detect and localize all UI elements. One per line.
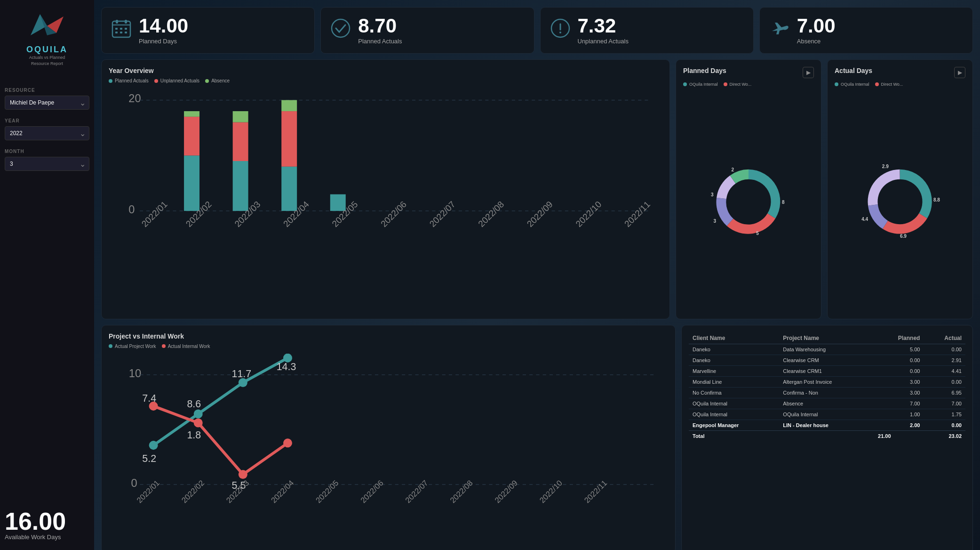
- logo-icon: [28, 9, 66, 42]
- charts-row: Year Overview Planned Actuals Unplanned …: [101, 59, 973, 319]
- kpi-planned-actuals-number: 8.70: [358, 16, 402, 36]
- legend-label-absence: Absence: [211, 78, 230, 83]
- table-row: Marvelline Clearwise CRM1 0.00 4.41: [689, 365, 965, 376]
- actual-days-donut-card: Actual Days ▶ OQuila Internal Direct Wo.…: [827, 59, 973, 319]
- planned-days-donut-svg: 8 5 3 3 2: [701, 154, 796, 249]
- svg-point-67: [239, 470, 247, 479]
- year-select-wrap[interactable]: 2022: [5, 126, 89, 140]
- cell-project: Data Warehousing: [779, 344, 874, 355]
- cell-planned: 0.00: [874, 365, 924, 376]
- resource-filter-group: RESOURCE Michiel De Paepe: [5, 88, 89, 110]
- actual-days-donut-svg: 8.8 6.9 4.4 2.9: [853, 154, 947, 249]
- svg-text:10: 10: [129, 366, 141, 379]
- svg-rect-29: [281, 100, 297, 112]
- project-table: Client Name Project Name Planned Actual …: [689, 332, 965, 441]
- calendar-icon: [111, 18, 132, 43]
- kpi-planned-actuals-label: Planned Actuals: [358, 38, 402, 45]
- svg-text:14.3: 14.3: [277, 361, 296, 372]
- resource-select-wrap[interactable]: Michiel De Paepe: [5, 96, 89, 110]
- year-filter-group: YEAR 2022: [5, 118, 89, 140]
- kpi-absence: 7.00 Absence: [759, 7, 973, 54]
- kpi-planned-days-content: 14.00 Planned Days: [139, 16, 188, 45]
- svg-text:2022/06: 2022/06: [359, 478, 385, 505]
- svg-rect-8: [120, 28, 122, 30]
- svg-rect-24: [233, 161, 248, 211]
- svg-rect-22: [184, 117, 199, 155]
- project-vs-internal-legend: Actual Project Work Actual Internal Work: [109, 344, 668, 349]
- legend-unplanned-actuals: Unplanned Actuals: [154, 78, 199, 83]
- svg-text:0: 0: [128, 203, 135, 216]
- svg-point-13: [332, 19, 350, 37]
- actual-days-nav-arrow[interactable]: ▶: [954, 67, 965, 78]
- planned-days-nav-arrow[interactable]: ▶: [803, 67, 814, 78]
- svg-point-58: [194, 409, 203, 418]
- kpi-unplanned-actuals-number: 7.32: [578, 16, 629, 36]
- svg-rect-27: [281, 167, 297, 211]
- svg-text:7.4: 7.4: [142, 393, 156, 404]
- svg-text:0: 0: [131, 476, 137, 489]
- svg-rect-5: [116, 20, 118, 24]
- kpi-absence-number: 7.00: [797, 16, 836, 36]
- logo-container: OQUILA Actuals vs PlannedResource Report: [26, 9, 68, 78]
- svg-text:2.9: 2.9: [882, 164, 889, 169]
- pvi-legend-dot-internal: [162, 344, 166, 348]
- available-days-number: 16.00: [5, 509, 89, 534]
- legend-label-planned: Planned Actuals: [115, 78, 149, 83]
- svg-rect-21: [184, 155, 199, 211]
- cell-actual: 7.00: [924, 398, 965, 409]
- svg-text:6.9: 6.9: [900, 234, 907, 239]
- year-select[interactable]: 2022: [5, 126, 89, 140]
- cell-project: Clearwise CRM: [779, 355, 874, 365]
- planned-days-legend: OQuila Internal Direct Wo...: [683, 82, 814, 87]
- cell-client: Daneko: [689, 355, 779, 365]
- pd-legend-label-direct: Direct Wo...: [730, 82, 752, 87]
- svg-text:2022/09: 2022/09: [493, 478, 519, 505]
- ad-legend-dot-direct: [875, 82, 879, 86]
- resource-select[interactable]: Michiel De Paepe: [5, 96, 89, 110]
- kpi-absence-label: Absence: [797, 38, 836, 45]
- plane-icon: [769, 18, 790, 43]
- svg-rect-11: [120, 32, 122, 33]
- svg-rect-10: [115, 32, 118, 33]
- cell-client: OQuila Internal: [689, 409, 779, 420]
- cell-client: Daneko: [689, 344, 779, 355]
- svg-point-68: [283, 438, 292, 447]
- svg-rect-23: [184, 111, 199, 117]
- svg-point-16: [559, 32, 561, 33]
- planned-days-chart-title: Planned Days: [683, 67, 726, 74]
- svg-text:2022/08: 2022/08: [448, 478, 475, 505]
- svg-text:1.8: 1.8: [187, 429, 201, 441]
- actual-days-donut-container: 8.8 6.9 4.4 2.9: [835, 91, 965, 312]
- pd-legend-label-oquila: OQuila Internal: [689, 82, 718, 87]
- table-row: Daneko Clearwise CRM 0.00 2.91: [689, 355, 965, 365]
- svg-text:2022/05: 2022/05: [314, 478, 340, 505]
- kpi-planned-days: 14.00 Planned Days: [101, 7, 315, 54]
- alert-icon: [550, 18, 571, 43]
- pvi-legend-project: Actual Project Work: [109, 344, 156, 349]
- table-row: OQuila Internal OQuila Internal 1.00 1.7…: [689, 409, 965, 420]
- month-label: MONTH: [5, 149, 89, 154]
- month-select-wrap[interactable]: 3: [5, 157, 89, 171]
- line-chart-svg: 10 0 5.2 8.6: [109, 354, 668, 546]
- table-row: OQuila Internal Absence 7.00 7.00: [689, 398, 965, 409]
- actual-days-chart-header: Actual Days ▶: [835, 67, 965, 78]
- cell-planned: 1.00: [874, 409, 924, 420]
- svg-rect-6: [125, 20, 127, 24]
- table-row: Mondial Line Altergan Post Invoice 3.00 …: [689, 376, 965, 387]
- kpi-planned-days-label: Planned Days: [139, 38, 188, 45]
- cell-project: LIN - Dealer house: [779, 420, 874, 430]
- table-total-row: Total 21.00 23.02: [689, 430, 965, 441]
- svg-rect-9: [125, 28, 127, 30]
- svg-text:8.8: 8.8: [933, 197, 940, 202]
- svg-point-57: [149, 441, 158, 450]
- cell-actual: 0.00: [924, 344, 965, 355]
- month-select[interactable]: 3: [5, 157, 89, 171]
- ad-legend-label-direct: Direct Wo...: [881, 82, 903, 87]
- kpi-unplanned-actuals-content: 7.32 Unplanned Actuals: [578, 16, 629, 45]
- cell-actual: 4.41: [924, 365, 965, 376]
- cell-project: Altergan Post Invoice: [779, 376, 874, 387]
- svg-text:4.4: 4.4: [861, 217, 868, 222]
- svg-text:2022/04: 2022/04: [269, 478, 295, 505]
- pd-legend-dot-direct: [724, 82, 727, 86]
- ad-legend-dot-oquila: [835, 82, 838, 86]
